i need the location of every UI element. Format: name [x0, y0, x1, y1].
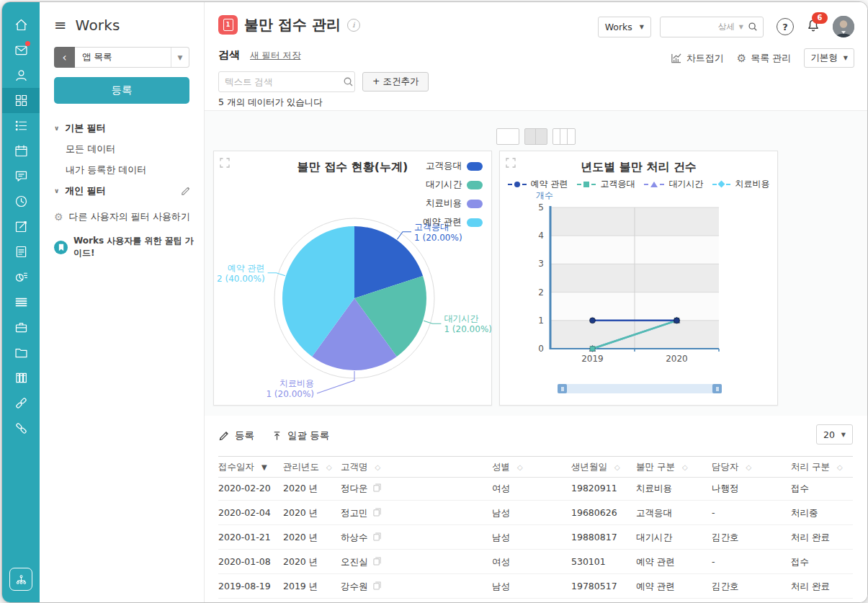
layout-3col-button[interactable]: [552, 128, 576, 145]
search-icon[interactable]: [748, 22, 758, 32]
home-icon[interactable]: [2, 12, 40, 37]
pie-callout: 대기시간1 (20.00%): [444, 313, 491, 334]
column-header-manage-year[interactable]: 관리년도 ◇: [283, 457, 332, 477]
apps-icon[interactable]: [2, 88, 40, 113]
register-button[interactable]: 등록: [54, 77, 189, 104]
legend-item[interactable]: 대기시간: [426, 179, 483, 191]
sort-icon: ◇: [517, 463, 523, 471]
layout-2col-button[interactable]: [524, 128, 547, 145]
notifications-bell[interactable]: 6: [805, 17, 821, 37]
cell-receipt-date: 2020-01-21: [218, 525, 271, 549]
sort-desc-icon: ▼: [261, 463, 267, 471]
sort-icon: ◇: [375, 463, 380, 471]
memo-icon: [373, 557, 381, 566]
mail-icon[interactable]: [2, 37, 40, 63]
view-type-dropdown[interactable]: 기본형 ▼: [804, 48, 854, 68]
column-header-complaint-type[interactable]: 불만 구분 ◇: [636, 457, 688, 477]
legend-item[interactable]: 예약 관련: [423, 216, 483, 228]
chart-fold-button[interactable]: 차트접기: [670, 52, 724, 65]
list-manage-label: 목록 관리: [751, 52, 791, 65]
link-alt-icon[interactable]: [2, 416, 40, 441]
sidebar-item-my-data[interactable]: 내가 등록한 데이터: [54, 156, 194, 177]
memo-icon: [373, 508, 381, 517]
legend-item[interactable]: 치료비용: [426, 197, 483, 210]
save-new-filter-link[interactable]: 새 필터 저장: [250, 50, 300, 62]
caret-down-icon: ▼: [844, 55, 848, 61]
cell-manage-year: 2020 년: [283, 476, 318, 500]
app-list-select[interactable]: 앱 목록 ▼: [75, 47, 189, 68]
menu-hamburger-icon[interactable]: ≡: [54, 18, 67, 33]
column-header-assignee[interactable]: 담당자 ◇: [712, 457, 751, 477]
global-search-input[interactable]: 상세 ▼: [660, 17, 764, 37]
cell-birth-date: 530101: [571, 550, 606, 573]
layout-1col-button[interactable]: [496, 128, 519, 145]
pie-chart-card: 불만 접수 현황(누계) 고객응대대기시간치료비용예약 관련 고객응대1 (20…: [213, 151, 492, 406]
table-row[interactable]: 2020-02-202020 년정다운여성19820911치료비용나행정접수: [218, 476, 853, 501]
avatar[interactable]: [833, 16, 854, 37]
line-chart[interactable]: 01234520192020: [504, 200, 772, 375]
sidebar-item-all-data[interactable]: 모든 데이터: [54, 135, 194, 156]
row-register-label: 등록: [235, 429, 254, 442]
column-header-customer-name[interactable]: 고객명 ◇: [341, 457, 380, 477]
scrollbar-left-handle[interactable]: [558, 384, 567, 393]
page-size-dropdown[interactable]: 20 ▼: [816, 424, 853, 445]
row-register-button[interactable]: 등록: [218, 429, 254, 442]
memo-icon: [373, 532, 381, 541]
compose-icon[interactable]: [2, 214, 40, 239]
legend-item[interactable]: 고객응대: [426, 160, 483, 172]
text-search-input[interactable]: [219, 76, 343, 87]
cell-assignee: -: [712, 550, 715, 573]
legend-swatch: [467, 181, 483, 189]
scrollbar-right-handle[interactable]: [712, 384, 722, 393]
legend-item[interactable]: 대기시간: [644, 178, 703, 190]
page-title: 불만 접수 관리: [244, 15, 341, 35]
table-row[interactable]: 2019-08-192019 년강수원남성19780517예약 관련김간호처리 …: [218, 574, 853, 599]
document-icon[interactable]: [2, 239, 40, 264]
help-icon[interactable]: ?: [777, 18, 794, 35]
org-chart-button[interactable]: [9, 568, 32, 591]
scope-dropdown[interactable]: Works ▼: [598, 17, 651, 37]
rows-icon[interactable]: [2, 290, 40, 315]
use-others-filter-item[interactable]: ⚙ 다른 사용자의 필터 사용하기: [54, 210, 194, 223]
chart-horizontal-scrollbar[interactable]: [558, 384, 722, 393]
user-icon[interactable]: [2, 63, 40, 88]
search-icon[interactable]: [343, 76, 359, 87]
pie-legend: 고객응대대기시간치료비용예약 관련: [423, 160, 483, 228]
briefcase-icon[interactable]: [2, 315, 40, 340]
legend-item[interactable]: 예약 관련: [508, 178, 568, 190]
edit-filter-pencil-icon[interactable]: [180, 184, 191, 197]
basic-filter-section[interactable]: ∨ 기본 필터: [54, 122, 194, 135]
link-icon[interactable]: [2, 390, 40, 416]
list-icon[interactable]: [2, 113, 40, 138]
legend-item[interactable]: 치료비용: [712, 178, 769, 190]
pie-callout: 예약 관련2 (40.00%): [217, 263, 265, 284]
folder-icon[interactable]: [2, 340, 40, 365]
table-body: 2020-02-202020 년정다운여성19820911치료비용나행정접수20…: [218, 476, 853, 602]
info-icon[interactable]: i: [347, 19, 360, 32]
works-guide-label: Works 사용자를 위한 꿀팁 가이드!: [73, 235, 194, 259]
chat-icon[interactable]: [2, 164, 40, 189]
legend-item[interactable]: 고객응대: [577, 178, 635, 190]
cabinet-icon[interactable]: [2, 365, 40, 390]
cell-birth-date: 19880817: [571, 525, 617, 549]
cell-assignee: 나행정: [712, 476, 739, 500]
table-row[interactable]: 2020-02-042020 년정고민남성19680626고객응대-처리중: [218, 501, 853, 525]
add-condition-button[interactable]: + 조건추가: [362, 72, 429, 91]
works-guide-item[interactable]: Works 사용자를 위한 꿀팁 가이드!: [54, 235, 194, 259]
table-row[interactable]: 2020-01-212020 년하상수남성19880817대기시간김간호처리 완…: [218, 525, 853, 550]
column-header-birth-date[interactable]: 생년월일 ◇: [571, 457, 620, 477]
detail-option-label: 상세: [718, 22, 735, 32]
column-header-status[interactable]: 처리 구분 ◇: [791, 457, 843, 477]
calendar-icon[interactable]: [2, 138, 40, 164]
column-header-receipt-date[interactable]: 접수일자 ▼: [218, 457, 267, 477]
caret-down-icon: ▼: [841, 432, 846, 438]
memo-icon: [373, 483, 381, 492]
personal-filter-section[interactable]: ∨ 개인 필터: [54, 184, 194, 197]
list-manage-button[interactable]: ⚙ 목록 관리: [737, 52, 792, 65]
clock-icon[interactable]: [2, 189, 40, 214]
collapse-back-button[interactable]: ‹: [54, 47, 75, 68]
report-icon[interactable]: [2, 264, 40, 290]
table-row[interactable]: 2020-01-082020 년오진실여성530101예약 관련-접수: [218, 550, 853, 574]
bulk-register-button[interactable]: 일괄 등록: [272, 429, 329, 442]
column-header-gender[interactable]: 성별 ◇: [492, 457, 523, 477]
